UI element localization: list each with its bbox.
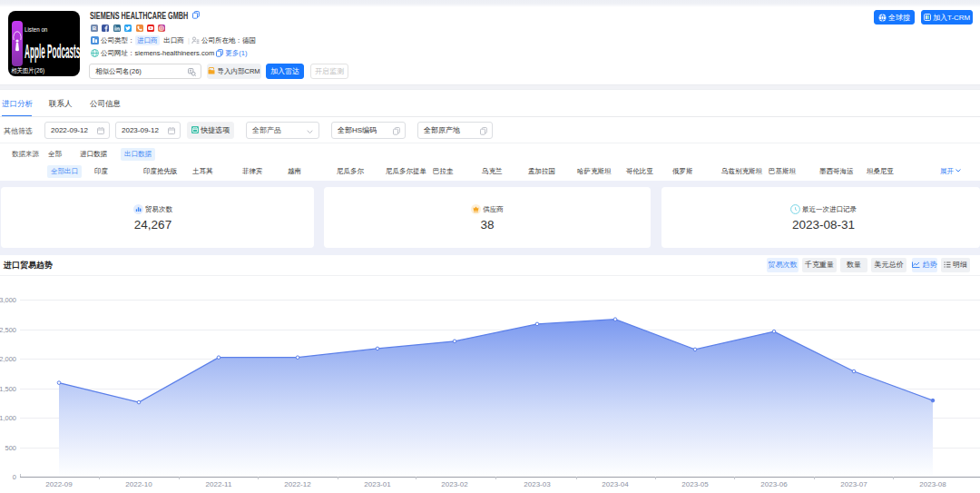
svg-text:2023-05: 2023-05 <box>681 480 709 488</box>
svg-text:2022-10: 2022-10 <box>125 480 152 488</box>
svg-text:2022-12: 2022-12 <box>284 480 311 488</box>
svg-text:0: 0 <box>13 473 16 481</box>
svg-text:2022-09: 2022-09 <box>45 480 73 488</box>
svg-text:1,000: 1,000 <box>0 414 16 422</box>
svg-text:2023-03: 2023-03 <box>524 480 551 488</box>
svg-text:2,500: 2,500 <box>0 326 16 334</box>
svg-text:2023-01: 2023-01 <box>364 480 391 488</box>
svg-text:2023-07: 2023-07 <box>840 480 867 488</box>
svg-text:2023-02: 2023-02 <box>441 480 468 488</box>
svg-text:2023-04: 2023-04 <box>602 480 629 488</box>
svg-text:2023-08: 2023-08 <box>919 480 946 488</box>
svg-text:2023-06: 2023-06 <box>760 480 788 488</box>
svg-text:500: 500 <box>5 444 16 452</box>
svg-text:2,000: 2,000 <box>0 355 16 363</box>
svg-text:3,000: 3,000 <box>0 296 16 304</box>
svg-text:2022-11: 2022-11 <box>206 480 232 488</box>
svg-text:1,500: 1,500 <box>0 385 16 393</box>
svg-text:B: B <box>93 25 97 31</box>
